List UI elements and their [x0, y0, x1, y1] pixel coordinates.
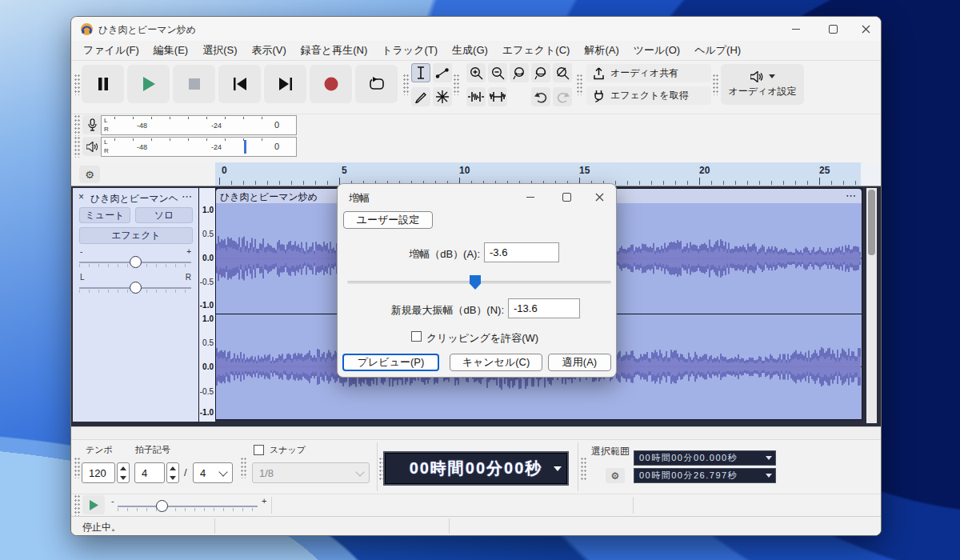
pan-slider-thumb[interactable]	[130, 282, 142, 294]
selection-start-field[interactable]: 00時間00分00.000秒	[634, 450, 776, 466]
vertical-scrollbar-thumb[interactable]	[868, 190, 875, 255]
track-name[interactable]: ひき肉とピーマンヘ	[90, 192, 178, 206]
share-audio-button[interactable]: オーディオ共有	[586, 64, 711, 82]
snap-mode-select[interactable]: 1/8	[252, 462, 370, 483]
record-meter-button[interactable]	[82, 115, 102, 134]
menu-file[interactable]: ファイル(F)	[76, 43, 146, 58]
dialog-close-button[interactable]	[585, 184, 614, 210]
maximize-button[interactable]	[814, 17, 851, 41]
draw-tool-button[interactable]	[411, 87, 430, 106]
snap-toolbar-grip[interactable]	[241, 458, 246, 478]
menu-transport[interactable]: 録音と再生(N)	[294, 43, 374, 58]
selection-options-button[interactable]: ⚙	[606, 468, 625, 483]
selection-end-field[interactable]: 00時間00分26.797秒	[634, 468, 776, 483]
solo-button[interactable]: ソロ	[135, 207, 193, 223]
stop-icon	[189, 78, 200, 90]
zoom-fit-button[interactable]	[531, 63, 550, 82]
vertical-scale-ruler[interactable]: 1.0 0.5 0.0 -0.5 -1.0 1.0 0.5 0.0 -0.5 -…	[199, 188, 215, 422]
timeline-ruler[interactable]: 0 5 10 15 20 25	[215, 162, 861, 186]
menu-edit[interactable]: 編集(E)	[146, 43, 195, 58]
zoom-selection-button[interactable]	[510, 63, 529, 82]
gain-slider[interactable]	[79, 257, 191, 268]
undo-button[interactable]	[531, 87, 550, 106]
skip-start-button[interactable]	[218, 65, 261, 103]
menu-analyze[interactable]: 解析(A)	[577, 43, 626, 58]
audio-setup-grip[interactable]	[713, 74, 718, 95]
amplification-slider-thumb[interactable]	[470, 275, 481, 290]
tools-toolbar-grip[interactable]	[403, 74, 409, 95]
snap-checkbox[interactable]	[254, 445, 264, 455]
cancel-button[interactable]: キャンセル(C)	[450, 354, 542, 371]
zoom-in-button[interactable]	[466, 63, 486, 82]
playback-meter-left-label: L	[104, 139, 107, 146]
transport-toolbar-grip[interactable]	[74, 74, 80, 95]
tempo-stepper[interactable]	[117, 462, 130, 483]
trim-outside-selection-button[interactable]	[466, 87, 486, 106]
allow-clipping-checkbox[interactable]	[411, 331, 422, 342]
timesig-lower-select[interactable]: 4	[193, 462, 233, 483]
dialog-title: 増幅	[349, 191, 370, 206]
mute-button[interactable]: ミュート	[79, 207, 130, 223]
menu-select[interactable]: 選択(S)	[195, 43, 244, 58]
envelope-tool-button[interactable]	[433, 63, 452, 82]
menu-help[interactable]: ヘルプ(H)	[687, 43, 748, 58]
speed-toolbar-grip[interactable]	[74, 495, 80, 516]
multi-tool-button[interactable]	[433, 87, 452, 106]
record-button[interactable]	[310, 65, 352, 103]
minimize-button[interactable]	[778, 17, 814, 41]
preview-button[interactable]: プレビュー(P)	[342, 354, 439, 371]
vertical-scrollbar[interactable]	[866, 188, 877, 423]
playback-meter-grip[interactable]	[74, 137, 80, 158]
track-menu-button[interactable]: ⋯	[182, 190, 192, 202]
tempo-input[interactable]	[82, 462, 115, 483]
track-effects-button[interactable]: エフェクト	[79, 227, 193, 244]
timeline-options-button[interactable]: ⚙	[79, 166, 100, 183]
selection-toolbar-grip[interactable]	[581, 458, 586, 482]
play-button[interactable]	[127, 65, 170, 103]
pan-slider[interactable]	[79, 282, 191, 294]
timesig-stepper[interactable]	[166, 462, 179, 483]
menu-generate[interactable]: 生成(G)	[445, 43, 495, 58]
gain-slider-thumb[interactable]	[130, 256, 142, 268]
get-effects-button[interactable]: エフェクトを取得	[586, 86, 711, 105]
record-meter-grip[interactable]	[74, 115, 80, 136]
stop-button[interactable]	[173, 65, 215, 103]
new-peak-input[interactable]	[508, 298, 580, 318]
menu-tracks[interactable]: トラック(T)	[374, 43, 445, 58]
track-close-button[interactable]: ×	[78, 191, 84, 202]
timesig-upper-input[interactable]	[134, 462, 165, 483]
loop-button[interactable]	[355, 65, 398, 103]
skip-end-button[interactable]	[264, 65, 306, 103]
redo-button[interactable]	[553, 87, 572, 106]
play-at-speed-button[interactable]	[82, 495, 105, 514]
menu-effect[interactable]: エフェクト(C)	[495, 43, 578, 58]
record-meter[interactable]: L R -48 -24 0	[101, 115, 297, 135]
audio-setup-button[interactable]: オーディオ設定	[721, 64, 804, 105]
playback-meter-button[interactable]	[82, 137, 102, 156]
pause-button[interactable]	[82, 65, 124, 103]
amplification-slider[interactable]	[347, 281, 611, 284]
playback-meter[interactable]: L R -48 -24 0	[101, 137, 297, 157]
scale-label: 1.0	[202, 206, 214, 214]
time-display[interactable]: 00時間00分00秒	[385, 453, 567, 484]
close-button[interactable]	[851, 17, 881, 41]
amplification-input[interactable]	[484, 242, 559, 262]
zoom-toggle-button[interactable]	[553, 63, 572, 82]
silence-selection-button[interactable]	[488, 87, 507, 106]
dialog-maximize-button[interactable]	[549, 184, 584, 210]
time-signature-grip[interactable]	[74, 458, 80, 478]
menu-view[interactable]: 表示(V)	[245, 43, 294, 58]
speed-slider-thumb[interactable]	[156, 500, 168, 512]
share-toolbar-grip[interactable]	[577, 74, 582, 95]
apply-button[interactable]: 適用(A)	[548, 354, 611, 371]
time-toolbar-grip[interactable]	[379, 458, 385, 482]
clip-menu-button[interactable]: ⋯	[846, 190, 856, 202]
dialog-minimize-button[interactable]	[513, 184, 548, 210]
user-preset-button[interactable]: ユーザー設定	[343, 211, 433, 229]
zoom-out-button[interactable]	[488, 63, 507, 82]
selection-tool-button[interactable]	[411, 63, 430, 82]
menu-tools[interactable]: ツール(O)	[626, 43, 687, 58]
horizontal-scrollbar[interactable]	[71, 426, 881, 439]
edit-toolbar-grip[interactable]	[454, 74, 459, 95]
speed-slider[interactable]	[118, 501, 258, 512]
